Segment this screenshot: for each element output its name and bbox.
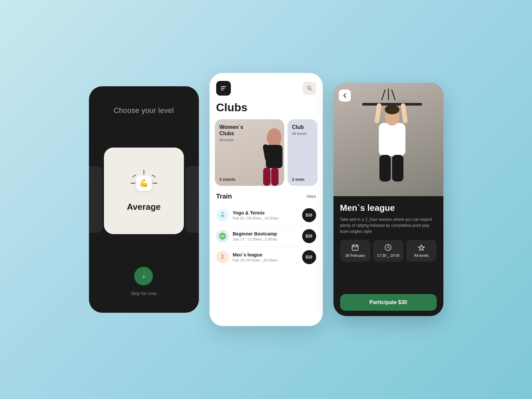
womens-figure bbox=[256, 124, 284, 186]
train-section: Train Alles Yog bbox=[210, 193, 323, 326]
yoga-time: Feb 02 ! 09:30am _10:30am bbox=[233, 216, 279, 220]
screen2: Clubs Women`sClubs All levels 2 events bbox=[210, 73, 323, 326]
bootcamp-price: $10 bbox=[302, 229, 316, 243]
clock-icon bbox=[384, 244, 392, 251]
club-mens-events: 2 even bbox=[292, 177, 304, 182]
svg-point-8 bbox=[222, 212, 223, 214]
hero-pullup-figure: LEGEND bbox=[355, 90, 429, 196]
svg-rect-15 bbox=[374, 103, 381, 123]
page-title: Clubs bbox=[210, 100, 323, 119]
yoga-price: $10 bbox=[302, 208, 316, 222]
hero-section: LEGEND bbox=[333, 83, 443, 196]
club-womens-events: 2 events bbox=[220, 177, 236, 182]
calendar-icon: 1 bbox=[351, 244, 359, 251]
train-item-left-league: Men`s league Feb 26! 09:30am _10:30am bbox=[216, 251, 278, 263]
info-badges-row: 1 26 February 17:30 _ 19:30 bbox=[340, 240, 437, 262]
train-title: Train bbox=[216, 193, 232, 200]
svg-rect-6 bbox=[263, 168, 270, 186]
svg-point-2 bbox=[267, 128, 281, 147]
train-item-left-yoga: Yogo & Tennis Feb 02 ! 09:30am _10:30am bbox=[216, 209, 279, 221]
svg-rect-7 bbox=[271, 168, 278, 186]
level-icon-box: 💪 bbox=[136, 176, 152, 191]
screen3: LEGEND Men`s league Take pert in a 2_hou… bbox=[333, 83, 443, 316]
svg-rect-20 bbox=[379, 155, 391, 182]
screens-container: Choose your level 💪 Average › Ski bbox=[89, 73, 443, 326]
svg-text:1: 1 bbox=[354, 248, 356, 250]
screen2-header bbox=[210, 73, 323, 100]
line-left bbox=[131, 183, 135, 184]
level-badge: All levels bbox=[406, 240, 436, 262]
league-description: Take pert in a 2_hour session where you … bbox=[340, 216, 437, 234]
svg-point-12 bbox=[220, 233, 226, 239]
svg-text:LEGEND: LEGEND bbox=[397, 99, 410, 102]
menu-icon bbox=[221, 86, 226, 90]
star-icon bbox=[418, 244, 425, 251]
alles-link[interactable]: Alles bbox=[306, 194, 316, 199]
skip-label[interactable]: Skip for now bbox=[131, 291, 157, 296]
back-button[interactable] bbox=[339, 90, 351, 102]
league-price: $10 bbox=[302, 250, 316, 264]
svg-line-25 bbox=[392, 90, 395, 100]
svg-line-11 bbox=[223, 216, 224, 218]
club-card-womens[interactable]: Women`sClubs All levels 2 events bbox=[215, 119, 284, 186]
svg-rect-21 bbox=[392, 155, 403, 182]
yoga-icon bbox=[216, 209, 229, 221]
train-item-info-league: Men`s league Feb 26! 09:30am _10:30am bbox=[233, 252, 278, 262]
league-time: Feb 26! 09:30am _10:30am bbox=[233, 258, 278, 262]
league-name: Men`s league bbox=[233, 252, 278, 257]
hero-background: LEGEND bbox=[333, 83, 443, 196]
train-item-info-bootcamp: Beginner Bootcamp July 17 ! 11:30am_ 2:3… bbox=[233, 231, 277, 241]
date-badge-text: 26 February bbox=[345, 253, 365, 258]
club-card-mens[interactable]: Club All levels 2 even bbox=[287, 119, 317, 186]
club-mens-sublabel: All levels bbox=[292, 132, 306, 136]
app-logo[interactable] bbox=[216, 81, 231, 96]
participate-button[interactable]: Participate $30 bbox=[340, 294, 437, 311]
svg-point-13 bbox=[222, 254, 223, 256]
time-badge: 17:30 _ 19:30 bbox=[373, 240, 403, 262]
screen3-content: Men`s league Take pert in a 2_hour sessi… bbox=[333, 196, 443, 316]
level-badge-text: All levels bbox=[414, 253, 428, 258]
screen1-bottom: › Skip for now bbox=[131, 267, 157, 296]
svg-rect-16 bbox=[400, 103, 408, 123]
train-item-league[interactable]: Men`s league Feb 26! 09:30am _10:30am $1… bbox=[216, 247, 316, 267]
line-right-up bbox=[152, 175, 155, 177]
svg-line-1 bbox=[310, 89, 311, 90]
svg-point-19 bbox=[385, 105, 399, 114]
date-badge: 1 26 February bbox=[340, 240, 370, 262]
next-arrow-icon: › bbox=[143, 272, 145, 280]
yoga-name: Yogo & Tennis bbox=[233, 210, 279, 215]
svg-rect-17 bbox=[379, 123, 405, 156]
search-button[interactable] bbox=[303, 82, 316, 95]
train-item-bootcamp[interactable]: Beginner Bootcamp July 17 ! 11:30am_ 2:3… bbox=[216, 226, 316, 247]
energy-lines-icon bbox=[378, 88, 398, 102]
train-item-left-bootcamp: Beginner Bootcamp July 17 ! 11:30am_ 2:3… bbox=[216, 230, 277, 242]
line-left-up bbox=[132, 175, 136, 177]
club-womens-text: Women`sClubs All levels bbox=[220, 124, 244, 142]
screen1: Choose your level 💪 Average › Ski bbox=[89, 86, 199, 313]
side-card-left bbox=[89, 166, 102, 233]
club-womens-name: Women`sClubs bbox=[220, 124, 244, 137]
level-indicator: 💪 bbox=[131, 170, 157, 197]
train-item-info-yoga: Yogo & Tennis Feb 02 ! 09:30am _10:30am bbox=[233, 210, 279, 220]
club-mens-name: Club bbox=[292, 124, 306, 130]
time-badge-text: 17:30 _ 19:30 bbox=[377, 253, 399, 258]
back-arrow-icon bbox=[343, 93, 346, 98]
svg-line-10 bbox=[221, 216, 222, 218]
bootcamp-name: Beginner Bootcamp bbox=[233, 231, 277, 236]
level-icon: 💪 bbox=[139, 179, 148, 188]
line-top bbox=[144, 170, 144, 175]
league-icon bbox=[216, 251, 229, 263]
svg-line-33 bbox=[388, 247, 389, 248]
clubs-row: Women`sClubs All levels 2 events Club bbox=[210, 119, 323, 193]
next-button[interactable]: › bbox=[134, 267, 153, 285]
search-icon bbox=[307, 86, 312, 91]
club-mens-text: Club All levels bbox=[292, 124, 306, 136]
train-item-yoga[interactable]: Yogo & Tennis Feb 02 ! 09:30am _10:30am … bbox=[216, 205, 316, 226]
tennis-icon bbox=[216, 230, 229, 242]
league-detail-title: Men`s league bbox=[340, 203, 437, 213]
side-card-right bbox=[186, 166, 199, 233]
choose-level-title: Choose your level bbox=[114, 106, 174, 115]
club-womens-sublabel: All levels bbox=[220, 138, 244, 142]
svg-line-23 bbox=[382, 90, 385, 100]
level-card: 💪 Average bbox=[104, 148, 184, 234]
